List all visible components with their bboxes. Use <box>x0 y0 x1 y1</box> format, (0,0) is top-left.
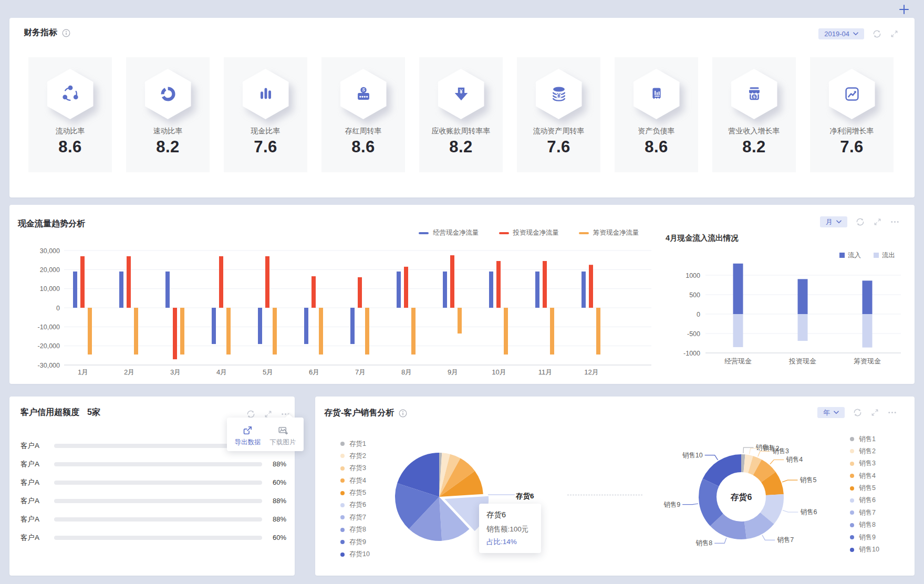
export-data-button[interactable]: 导出数据 <box>231 423 264 447</box>
svg-text:-1000: -1000 <box>683 350 700 357</box>
chevron-down-icon <box>836 220 842 224</box>
svg-text:销售7: 销售7 <box>777 536 794 544</box>
hexagon-badge: $ <box>731 69 777 119</box>
metric-cards: 流动比率8.6速动比率8.2现金比率7.6S存红周转率8.6¥应收账款周转率率8… <box>28 57 894 172</box>
expand-icon[interactable] <box>870 408 879 417</box>
legend-dot <box>850 437 854 441</box>
svg-text:-20,000: -20,000 <box>38 342 60 350</box>
legend-label: 销售9 <box>859 533 876 542</box>
metric-value: 8.2 <box>742 138 766 157</box>
svg-text:销售6: 销售6 <box>800 508 817 516</box>
legend-label: 销售3 <box>859 459 876 468</box>
legend-item[interactable]: 销售6 <box>850 497 879 504</box>
legend-dot <box>850 498 854 503</box>
svg-text:1月: 1月 <box>78 368 88 376</box>
legend-item[interactable]: 销售9 <box>850 534 879 541</box>
legend-dot <box>340 528 345 532</box>
hexagon-badge <box>145 69 191 119</box>
svg-text:销售4: 销售4 <box>786 456 803 463</box>
expand-icon[interactable] <box>890 29 899 38</box>
legend-item[interactable]: 销售2 <box>850 447 879 455</box>
dashed-connector-line <box>567 495 642 495</box>
granularity-dropdown[interactable]: 月 <box>820 216 847 227</box>
expand-icon[interactable] <box>873 217 882 226</box>
svg-text:8月: 8月 <box>401 368 412 376</box>
legend-dot <box>850 523 854 527</box>
metric-card: ¥应收账款周转率率8.2 <box>419 57 503 172</box>
svg-text:$: $ <box>753 95 755 99</box>
legend-item[interactable]: 销售7 <box>850 509 879 516</box>
svg-text:6月: 6月 <box>309 368 319 376</box>
period-dropdown[interactable]: 2019-04 <box>818 28 864 39</box>
legend-dot <box>340 466 345 471</box>
metric-card: 现金比率7.6 <box>224 57 307 172</box>
progress-track <box>54 462 262 466</box>
progress-track <box>54 536 262 540</box>
april-inflow-outflow-chart[interactable]: 4月现金流入流出情况流入流出10005000-500-1000经营现金投资现金筹… <box>658 228 910 372</box>
metric-value: 8.2 <box>156 138 180 157</box>
download-image-button[interactable]: 下载图片 <box>266 423 299 447</box>
image-download-icon <box>277 425 288 436</box>
more-icon[interactable] <box>887 408 897 418</box>
svg-text:20,000: 20,000 <box>40 266 60 274</box>
svg-text:流出: 流出 <box>882 252 895 259</box>
metric-label: 流动资产周转率 <box>533 127 585 136</box>
cash-box-icon: S <box>354 84 373 104</box>
metric-card: 资产负债率8.6 <box>615 57 698 172</box>
legend-dot <box>850 548 854 552</box>
legend-marker <box>419 232 429 234</box>
panel-title: 客户信用超额度 <box>20 407 79 418</box>
info-icon[interactable] <box>399 409 407 418</box>
legend-dot <box>850 462 854 466</box>
legend-item[interactable]: 销售4 <box>850 472 879 479</box>
refresh-icon[interactable] <box>855 217 865 227</box>
refresh-icon[interactable] <box>872 29 882 39</box>
svg-text:-500: -500 <box>687 330 700 338</box>
more-icon[interactable] <box>890 217 900 227</box>
svg-text:-30,000: -30,000 <box>38 362 60 369</box>
cashflow-trend-chart[interactable]: 30,00020,00010,0000-10,000-20,000-30,000… <box>18 236 653 381</box>
svg-text:2月: 2月 <box>124 368 134 376</box>
legend-label: 销售6 <box>859 496 876 505</box>
legend-item[interactable]: 销售5 <box>850 485 879 492</box>
legend-item[interactable]: 销售1 <box>850 435 879 443</box>
customer-label: 客户A <box>20 533 54 543</box>
legend-item[interactable]: 销售10 <box>850 546 879 554</box>
legend-dot <box>340 515 345 519</box>
legend-dot <box>850 486 854 491</box>
metric-label: 资产负债率 <box>638 127 675 136</box>
metric-card: S存红周转率8.6 <box>321 57 405 172</box>
credit-count: 5家 <box>87 407 100 418</box>
svg-text:4月现金流入流出情况: 4月现金流入流出情况 <box>666 234 739 242</box>
refresh-icon[interactable] <box>853 408 863 418</box>
granularity-dropdown[interactable]: 年 <box>817 407 845 418</box>
legend-item[interactable]: 销售8 <box>850 522 879 529</box>
customer-credit-panel: 客户信用超额度 5家 导出数据 下载图片 客户A88%客户A88%客户A60%客… <box>9 397 295 576</box>
svg-text:0: 0 <box>56 305 60 312</box>
chevron-down-icon <box>853 32 858 36</box>
progress-track <box>54 481 262 485</box>
legend-marker <box>579 232 589 234</box>
metric-card: $营业收入增长率8.2 <box>712 57 796 172</box>
legend-item[interactable]: 销售3 <box>850 460 879 467</box>
svg-text:0: 0 <box>697 311 700 318</box>
export-icon <box>242 425 253 436</box>
percent-value: 60% <box>262 534 286 541</box>
add-dashboard-button[interactable] <box>897 2 911 17</box>
credit-row: 客户A88% <box>20 460 288 468</box>
pie-highlight-label: 存货6 <box>516 492 534 501</box>
coin-stack-icon: ¥ <box>549 84 569 104</box>
metric-value: 8.6 <box>645 138 668 157</box>
svg-text:30,000: 30,000 <box>40 247 60 255</box>
customer-label: 客户A <box>20 441 54 451</box>
tooltip-title: 存货6 <box>486 510 534 520</box>
legend-label: 销售8 <box>859 520 876 529</box>
svg-text:12月: 12月 <box>584 368 598 376</box>
progress-track <box>54 517 262 522</box>
metric-value: 8.6 <box>351 138 375 157</box>
svg-text:销售9: 销售9 <box>663 501 680 508</box>
svg-text:S: S <box>362 87 365 92</box>
granularity-value: 月 <box>826 218 833 225</box>
metric-value: 7.6 <box>547 138 570 157</box>
info-icon[interactable] <box>62 29 70 37</box>
